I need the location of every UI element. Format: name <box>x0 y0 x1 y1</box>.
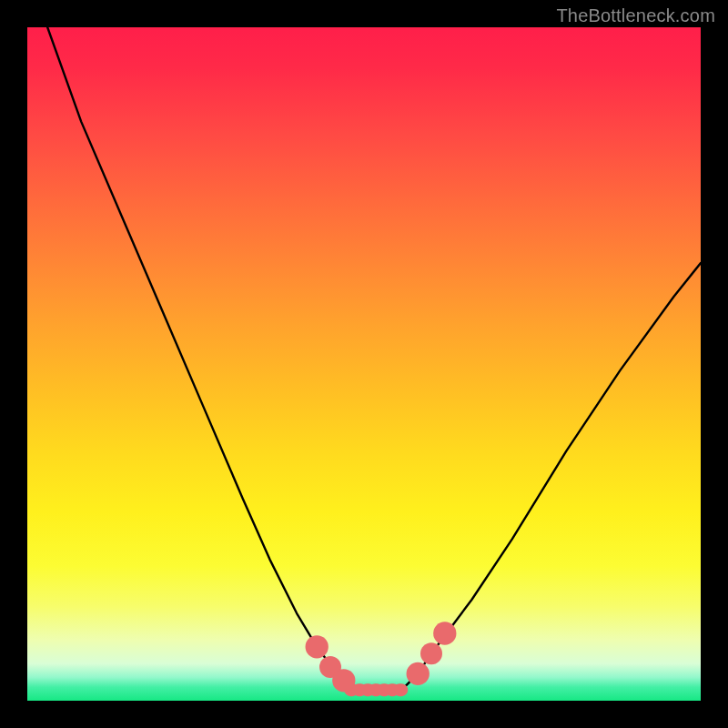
left-upper-dot <box>306 635 329 658</box>
chart-frame: TheBottleneck.com <box>0 0 728 728</box>
right-upper-dot <box>433 622 456 644</box>
right-lower-dot <box>407 662 430 685</box>
bottleneck-curve <box>47 27 701 694</box>
left-lower-dot <box>332 669 355 692</box>
chart-svg <box>27 27 701 701</box>
watermark-text: TheBottleneck.com <box>556 5 715 26</box>
plot-area <box>27 27 701 701</box>
right-mid-dot <box>420 642 442 664</box>
